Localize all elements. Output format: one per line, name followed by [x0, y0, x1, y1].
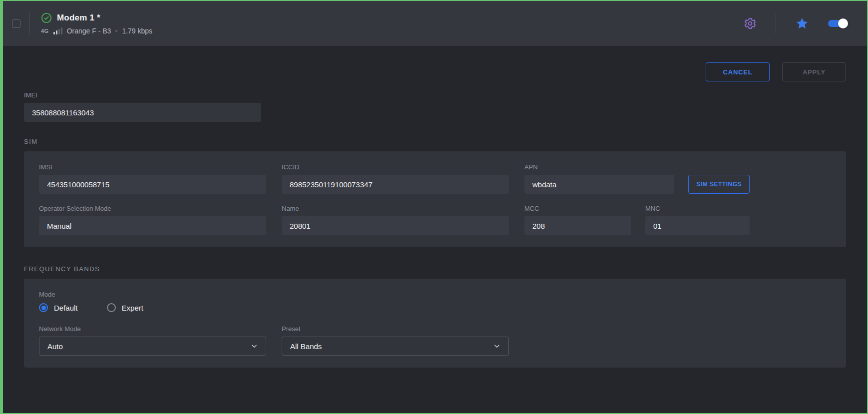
operator-name-block: Name — [282, 205, 509, 235]
modem-enable-toggle[interactable] — [828, 20, 847, 27]
imsi-label: IMSI — [39, 163, 266, 171]
imsi-input[interactable] — [39, 175, 266, 194]
frequency-bands-card: Mode Default Expert Network Mode Auto — [24, 279, 846, 368]
mode-radio-default[interactable]: Default — [39, 303, 78, 312]
preset-value: All Bands — [290, 342, 322, 351]
mnc-input[interactable] — [645, 216, 750, 235]
preset-label: Preset — [282, 325, 509, 333]
mode-radio-group: Default Expert — [39, 303, 831, 312]
preset-block: Preset All Bands — [282, 325, 509, 356]
mnc-label: MNC — [645, 205, 750, 212]
mcc-input[interactable] — [524, 216, 631, 235]
frequency-bands-section-title: FREQUENCY BANDS — [24, 265, 846, 273]
modem-select-checkbox[interactable] — [12, 19, 20, 28]
dot-separator — [115, 30, 117, 32]
modem-title: Modem 1 * — [57, 13, 100, 23]
mnc-field-block: MNC — [645, 205, 750, 235]
iccid-label: ICCID — [282, 163, 509, 171]
operator-selection-mode-block: Operator Selection Mode — [39, 205, 266, 235]
header-actions — [744, 13, 847, 33]
chevron-down-icon — [493, 343, 500, 350]
operator-name-label: Name — [282, 205, 509, 212]
imei-field-block: IMEI — [24, 91, 261, 122]
imei-label: IMEI — [24, 91, 261, 99]
cancel-button[interactable]: CANCEL — [706, 62, 770, 81]
apn-label: APN — [524, 163, 674, 171]
band-dropdowns-row: Network Mode Auto Preset All Bands — [39, 325, 831, 356]
sim-section-title: SIM — [24, 138, 846, 145]
header-divider — [29, 12, 30, 34]
modem-header: Modem 1 * 4G Orange F - B3 1.79 kbps — [3, 1, 867, 46]
header-divider — [776, 13, 776, 33]
sim-card: IMSI ICCID APN SIM SETTINGS Operator Sel… — [24, 151, 846, 247]
network-type-label: 4G — [41, 28, 49, 34]
apply-button[interactable]: APPLY — [782, 62, 846, 81]
sim-settings-button[interactable]: SIM SETTINGS — [688, 175, 750, 194]
status-ok-icon — [41, 12, 52, 23]
operator-selection-mode-input[interactable] — [39, 216, 266, 235]
radio-selected-icon — [39, 303, 48, 312]
imsi-field-block: IMSI — [39, 163, 266, 194]
network-mode-select[interactable]: Auto — [39, 337, 266, 356]
operator-selection-mode-label: Operator Selection Mode — [39, 205, 266, 212]
modem-status-row: 4G Orange F - B3 1.79 kbps — [41, 27, 152, 35]
modem-config-form: CANCEL APPLY IMEI SIM IMSI ICCID APN — [3, 62, 867, 368]
operator-name-input[interactable] — [282, 216, 509, 235]
toggle-knob — [838, 18, 848, 28]
mode-option-label: Expert — [122, 304, 143, 312]
mode-radio-expert[interactable]: Expert — [107, 303, 143, 312]
star-icon — [795, 16, 809, 30]
mode-option-label: Default — [54, 304, 78, 312]
modem-config-window: Modem 1 * 4G Orange F - B3 1.79 kbps — [0, 0, 868, 414]
iccid-field-block: ICCID — [282, 163, 509, 194]
mode-label: Mode — [39, 291, 831, 298]
network-mode-block: Network Mode Auto — [39, 325, 266, 356]
iccid-input[interactable] — [282, 175, 509, 194]
network-mode-value: Auto — [47, 342, 63, 351]
modem-title-block: Modem 1 * 4G Orange F - B3 1.79 kbps — [41, 12, 152, 35]
chevron-down-icon — [251, 343, 258, 350]
mcc-label: MCC — [524, 205, 631, 212]
imei-input[interactable] — [24, 103, 261, 122]
gear-icon — [744, 17, 757, 30]
mcc-field-block: MCC — [524, 205, 631, 235]
apn-input[interactable] — [524, 175, 674, 194]
preset-select[interactable]: All Bands — [282, 337, 509, 356]
operator-name: Orange F - B3 — [67, 27, 111, 35]
apn-row: APN SIM SETTINGS — [524, 163, 750, 194]
radio-unselected-icon — [107, 303, 116, 312]
signal-strength-icon — [53, 27, 62, 34]
mcc-mnc-row: MCC MNC — [524, 205, 750, 235]
form-actions: CANCEL APPLY — [24, 62, 846, 81]
data-rate: 1.79 kbps — [122, 27, 152, 35]
apn-field-block: APN — [524, 163, 674, 194]
modem-settings-button[interactable] — [744, 17, 757, 30]
network-mode-label: Network Mode — [39, 325, 266, 333]
favorite-button[interactable] — [795, 16, 809, 30]
